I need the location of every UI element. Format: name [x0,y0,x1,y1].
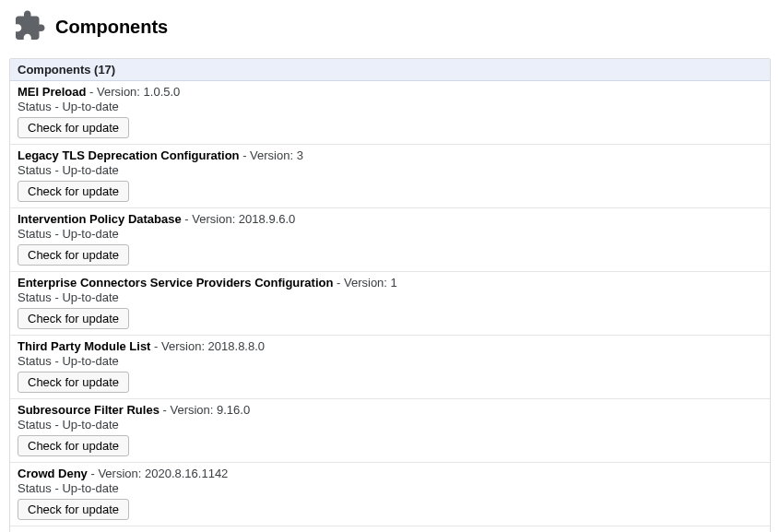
component-status: Status - Up-to-date [18,354,762,368]
component-row: Subresource Filter Rules - Version: 9.16… [10,399,770,463]
component-row: Intervention Policy Database - Version: … [10,208,770,272]
component-title-line: Enterprise Connectors Service Providers … [18,276,762,290]
component-row: MEI Preload - Version: 1.0.5.0Status - U… [10,81,770,145]
component-version: - Version: 9.16.0 [160,403,250,417]
component-name: Intervention Policy Database [18,212,182,226]
check-for-update-button[interactable]: Check for update [18,117,129,138]
component-version: - Version: 2018.8.8.0 [150,339,265,353]
check-for-update-button[interactable]: Check for update [18,181,129,202]
component-name: MEI Preload [18,85,86,99]
component-version: - Version: 1 [333,276,396,290]
component-version: - Version: 2020.8.16.1142 [88,467,229,480]
component-title-line: Intervention Policy Database - Version: … [18,212,762,226]
page-header: Components [0,0,780,58]
component-name: Legacy TLS Deprecation Configuration [18,148,240,162]
check-for-update-button[interactable]: Check for update [18,244,129,266]
component-version: - Version: 3 [240,148,303,162]
check-for-update-button[interactable]: Check for update [18,308,129,329]
check-for-update-button[interactable]: Check for update [18,372,129,393]
component-name: Crowd Deny [18,467,88,480]
components-list: MEI Preload - Version: 1.0.5.0Status - U… [10,81,770,532]
component-status: Status - Up-to-date [18,163,762,177]
component-name: Third Party Module List [18,339,150,353]
component-title-line: Legacy TLS Deprecation Configuration - V… [18,148,762,162]
component-row: Legacy TLS Deprecation Configuration - V… [10,145,770,208]
component-title-line: Crowd Deny - Version: 2020.8.16.1142 [18,467,762,480]
component-row: Crowd Deny - Version: 2020.8.16.1142Stat… [10,463,770,526]
check-for-update-button[interactable]: Check for update [18,435,129,456]
component-name: Subresource Filter Rules [18,403,160,417]
component-row: Certificate Error Assistant - Version: 7… [10,526,770,532]
component-status: Status - Up-to-date [18,290,762,304]
component-status: Status - Up-to-date [18,418,762,432]
component-title-line: Third Party Module List - Version: 2018.… [18,339,762,353]
page-title: Components [55,17,168,38]
component-status: Status - Up-to-date [18,481,762,495]
component-status: Status - Up-to-date [18,100,762,113]
section-header: Components (17) [10,59,770,81]
component-row: Enterprise Connectors Service Providers … [10,272,770,336]
component-version: - Version: 2018.9.6.0 [182,212,296,226]
component-title-line: MEI Preload - Version: 1.0.5.0 [18,85,762,99]
component-row: Third Party Module List - Version: 2018.… [10,336,770,399]
component-version: - Version: 1.0.5.0 [86,85,180,99]
components-section: Components (17) MEI Preload - Version: 1… [9,58,771,532]
component-name: Enterprise Connectors Service Providers … [18,276,333,290]
component-title-line: Subresource Filter Rules - Version: 9.16… [18,403,762,417]
check-for-update-button[interactable]: Check for update [18,499,129,520]
component-status: Status - Up-to-date [18,227,762,241]
extension-icon [13,9,55,45]
